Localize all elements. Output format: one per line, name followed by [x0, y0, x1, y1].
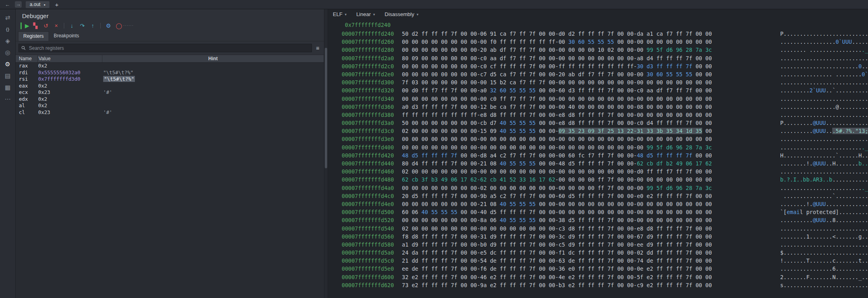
hex-bytes[interactable]: 00 00 00 00 00 00 00 00-8a 06 40 55 55 5…	[402, 217, 712, 223]
hex-row[interactable]: 00007fffffffd62073 e2 ff ff ff 7f 00 00-…	[342, 281, 868, 289]
column-header-value[interactable]: Value	[38, 55, 102, 62]
hex-ascii[interactable]: !.......T.......c.......t.......	[780, 257, 868, 264]
hex-bytes[interactable]: 20 d5 ff ff ff 7f 00 00-9b a5 c2 f7 ff 7…	[402, 193, 712, 199]
hex-bytes[interactable]: ff ff ff ff ff ff ff ff-e8 d8 ff ff ff 7…	[402, 112, 712, 118]
hex-bytes[interactable]: 00 d0 ff f7 ff 7f 00 00-a0 32 60 55 55 5…	[402, 87, 712, 94]
register-row[interactable]: rsi0x7fffffffd3d0"\t5#\t?%"	[16, 76, 324, 83]
types-icon[interactable]: {}	[6, 26, 10, 33]
hex-ascii[interactable]: b.?.I..bb.AR3..b................	[780, 176, 868, 183]
register-row[interactable]: rax0x2	[16, 63, 324, 69]
memory-map-icon[interactable]: ◎	[5, 49, 10, 56]
register-row[interactable]: ecx0x23'#'	[16, 89, 324, 96]
hex-row[interactable]: 00007fffffffd580a1 d9 ff ff ff 7f 00 00-…	[342, 241, 868, 249]
tags-icon[interactable]: ◈	[5, 37, 10, 45]
hex-ascii[interactable]: .................@..............	[780, 104, 868, 110]
hex-ascii[interactable]: ........!.@UUU..H.......b...I..b	[780, 160, 868, 167]
hex-row[interactable]: 00007fffffffd34000 00 00 00 00 00 00 00-…	[342, 95, 868, 103]
hex-row[interactable]: 00007fffffffd4c020 d5 ff ff ff 7f 00 00-…	[342, 192, 868, 200]
register-row[interactable]: al0x2	[16, 102, 324, 109]
hex-row[interactable]: 00007fffffffd4a000 00 00 00 00 00 00 00-…	[342, 184, 868, 192]
hex-ascii[interactable]: ........!.@UUU..................	[780, 201, 868, 207]
hex-row[interactable]: 00007fffffffd5c021 dd ff ff ff 7f 00 00-…	[342, 257, 868, 265]
hex-row[interactable]: 00007fffffffd3e000 00 00 00 00 00 00 00-…	[342, 135, 868, 143]
hex-ascii[interactable]: ................................	[780, 79, 868, 86]
hex-row[interactable]: 00007fffffffd40000 00 00 00 00 00 00 00-…	[342, 143, 868, 151]
record-button[interactable]: ◯	[114, 22, 123, 29]
hex-ascii[interactable]: ................................	[780, 225, 868, 232]
more-panels-icon[interactable]: ⋯	[5, 96, 11, 103]
hex-ascii[interactable]: ................................	[780, 241, 868, 248]
search-box[interactable]	[18, 44, 312, 52]
hex-bytes[interactable]: 50 d2 ff ff ff 7f 00 00-06 91 ca f7 ff 7…	[402, 31, 712, 37]
hex-bytes[interactable]: 00 00 00 00 00 00 00 00-00 00 00 00 00 0…	[402, 136, 712, 142]
hex-bytes[interactable]: 48 d5 ff ff ff 7f 00 00-d8 a4 c2 f7 ff 7…	[402, 152, 712, 159]
plugins-icon[interactable]: ▦	[5, 84, 10, 91]
restart-button[interactable]: ↺	[41, 22, 50, 29]
hex-bytes[interactable]: 00 00 00 00 00 00 00 00-c0 cf ff ff ff 7…	[402, 63, 712, 69]
hex-bytes[interactable]: 21 dd ff ff ff 7f 00 00-54 de ff ff ff 7…	[402, 257, 712, 264]
hex-bytes[interactable]: ee de ff ff ff 7f 00 00-f6 de ff ff ff 7…	[402, 265, 712, 272]
step-out-button[interactable]: ↑	[88, 22, 97, 29]
view-dropdown-linear[interactable]: Linear▾	[356, 11, 375, 17]
hex-row[interactable]: 00007fffffffd5e0ee de ff ff ff 7f 00 00-…	[342, 265, 868, 273]
hex-row[interactable]: 00007fffffffd46002 00 00 00 00 00 00 00-…	[342, 167, 868, 176]
view-dropdown-disassembly[interactable]: Disassembly▾	[385, 11, 418, 17]
hex-ascii[interactable]: ................................	[780, 112, 868, 118]
search-input[interactable]	[28, 45, 309, 51]
hex-ascii[interactable]: ................ ........0`UUU..	[780, 71, 868, 78]
hex-row[interactable]: 00007fffffffd3a050 00 00 00 00 00 00 00-…	[342, 119, 868, 127]
hex-row[interactable]: 00007fffffffd50060 06 40 55 55 55 00 00-…	[342, 208, 868, 216]
hex-ascii[interactable]: 2.......F.......N......._.......	[780, 274, 868, 280]
hex-bytes[interactable]: 60 06 40 55 55 55 00 00-40 d5 ff ff ff 7…	[402, 209, 712, 215]
hex-row[interactable]: 00007fffffffd42048 d5 ff ff ff 7f 00 00-…	[342, 151, 868, 159]
hex-bytes[interactable]: 24 da ff ff ff 7f 00 00-e5 dc ff ff ff 7…	[402, 249, 712, 256]
cross-references-icon[interactable]: ⇄	[5, 14, 10, 21]
hex-ascii[interactable]: P.........@UUU..................	[780, 120, 868, 126]
hex-bytes[interactable]: 50 00 00 00 00 00 00 00-cb d7 40 55 55 5…	[402, 120, 712, 126]
stack-view-icon[interactable]: ▤	[5, 72, 10, 80]
column-header-hint[interactable]: Hint	[102, 55, 324, 62]
hex-bytes[interactable]: 02 00 00 00 00 00 00 00-00 00 00 00 00 0…	[402, 168, 712, 175]
hex-bytes[interactable]: 00 00 00 00 00 00 00 00-c7 d5 ca f7 ff 7…	[402, 71, 712, 78]
hex-bytes[interactable]: 62 cb 3f b3 49 06 17 62-62 cb 41 52 33 1…	[402, 176, 712, 183]
hex-row[interactable]: 00007fffffffd52000 00 00 00 00 00 00 00-…	[342, 216, 868, 224]
hex-ascii[interactable]: s...............................	[780, 282, 868, 288]
forward-icon[interactable]: →	[15, 1, 22, 8]
hex-row[interactable]: 00007fffffffd4e000 00 00 00 00 00 00 00-…	[342, 200, 868, 208]
debugger-icon[interactable]: ⚙	[5, 61, 10, 68]
hex-bytes[interactable]: 32 e2 ff ff ff 7f 00 00-46 e2 ff ff ff 7…	[402, 274, 712, 280]
hex-row[interactable]: 00007fffffffd3007f 03 00 00 00 00 00 00-…	[342, 78, 868, 86]
register-row[interactable]: edx0x2	[16, 96, 324, 103]
tab-registers[interactable]: Registers	[18, 31, 49, 41]
kill-button[interactable]: ×	[52, 22, 61, 29]
hex-row[interactable]: 00007fffffffd5a024 da ff ff ff 7f 00 00-…	[342, 249, 868, 257]
hex-bytes[interactable]: 00 00 00 00 00 00 00 00-00 00 00 00 00 0…	[402, 144, 712, 151]
hex-bytes[interactable]: 00 00 00 00 00 00 00 00-20 ab df f7 ff 7…	[402, 47, 712, 53]
hex-ascii[interactable]: ........ ................._..(z<	[780, 47, 868, 53]
step-into-button[interactable]: ↓	[67, 22, 76, 29]
hex-ascii[interactable]: ........1.......<.......g.......	[780, 233, 868, 240]
hex-row[interactable]: 00007fffffffd44080 d4 ff ff ff 7f 00 00-…	[342, 159, 868, 167]
hex-row[interactable]: 00007fffffffd2c000 00 00 00 00 00 00 00-…	[342, 62, 868, 70]
hex-ascii[interactable]: ................................	[780, 96, 868, 102]
tab-breakpoints[interactable]: Breakpoints	[49, 31, 84, 41]
hex-ascii[interactable]: .........2`UUU..`...............	[780, 87, 868, 94]
hex-ascii[interactable]: ................................	[780, 136, 868, 142]
hex-row[interactable]: 00007fffffffd60032 e2 ff ff ff 7f 00 00-…	[342, 273, 868, 281]
hex-ascii[interactable]: ................6...............	[780, 265, 868, 272]
file-tab[interactable]: a.out ●	[26, 1, 49, 8]
new-tab-button[interactable]: +	[55, 1, 59, 8]
hex-bytes[interactable]: 73 e2 ff ff ff 7f 00 00-9a e2 ff ff ff 7…	[402, 282, 712, 288]
hex-ascii[interactable]: .................0`UUU..........	[780, 39, 868, 45]
register-row[interactable]: eax0x2	[16, 83, 324, 90]
view-dropdown-elf[interactable]: ELF▾	[333, 11, 346, 17]
hex-row[interactable]: 00007fffffffd48062 cb 3f b3 49 06 17 62-…	[342, 176, 868, 184]
step-over-button[interactable]: ↷	[78, 22, 87, 29]
hex-bytes[interactable]: 80 09 00 00 00 00 00 00-c0 aa df f7 ff 7…	[402, 55, 712, 61]
hex-row[interactable]: 00007fffffffd560f8 d8 ff ff ff 7f 00 00-…	[342, 233, 868, 241]
hex-ascii[interactable]: .........................._..(z<	[780, 185, 868, 191]
hex-bytes[interactable]: a1 d9 ff ff ff 7f 00 00-b0 d9 ff ff ff 7…	[402, 241, 712, 248]
back-icon[interactable]: ←	[4, 2, 11, 8]
hex-row[interactable]: 00007fffffffd360a0 d3 ff ff ff 7f 00 00-…	[342, 103, 868, 111]
hex-ascii[interactable]: ................................	[780, 55, 868, 61]
